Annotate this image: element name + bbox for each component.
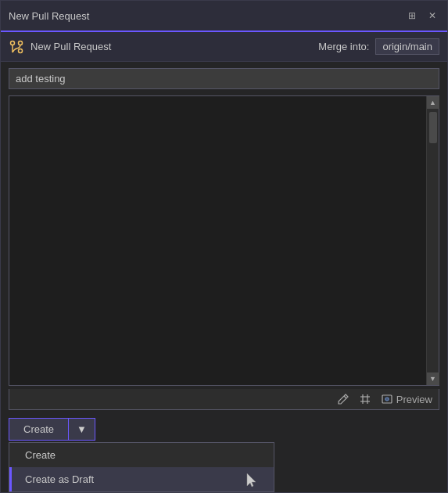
create-draft-label: Create as Draft xyxy=(25,473,94,485)
svg-line-4 xyxy=(344,396,346,398)
scroll-up-button[interactable]: ▲ xyxy=(427,96,439,109)
pr-icon xyxy=(9,39,24,55)
preview-button[interactable]: Preview xyxy=(381,393,432,405)
pr-description-input[interactable] xyxy=(9,96,426,385)
title-input-wrap xyxy=(1,62,447,95)
title-bar: New Pull Request ⊞ ✕ xyxy=(1,1,447,32)
new-pull-request-window: New Pull Request ⊞ ✕ New Pull Request Me… xyxy=(0,0,448,493)
scroll-down-button[interactable]: ▼ xyxy=(427,372,439,385)
create-dropdown-menu: Create Create as Draft xyxy=(9,442,274,492)
merge-into-label: Merge into: xyxy=(318,41,369,52)
svg-point-2 xyxy=(19,41,23,45)
toolbar: New Pull Request Merge into: origin/main xyxy=(1,32,447,62)
window-title: New Pull Request xyxy=(9,10,89,22)
action-area: Create ▼ Create Create as Draft xyxy=(1,410,447,492)
editor-toolbar: Preview xyxy=(9,389,439,410)
dropdown-arrow-icon: ▼ xyxy=(77,423,87,435)
svg-point-11 xyxy=(386,398,388,400)
description-wrap: ▲ ▼ xyxy=(1,95,447,389)
title-controls: ⊞ ✕ xyxy=(405,9,439,23)
svg-point-0 xyxy=(11,41,15,45)
pin-button[interactable]: ⊞ xyxy=(405,9,419,23)
menu-item-create[interactable]: Create xyxy=(9,443,274,467)
close-icon: ✕ xyxy=(428,10,436,21)
pr-title-input[interactable] xyxy=(9,68,439,89)
menu-item-create-draft[interactable]: Create as Draft xyxy=(9,467,274,491)
create-button[interactable]: Create xyxy=(9,418,68,441)
scroll-thumb[interactable] xyxy=(429,112,437,143)
description-container: ▲ ▼ xyxy=(9,95,439,386)
close-button[interactable]: ✕ xyxy=(425,9,439,23)
branch-selector[interactable]: origin/main xyxy=(375,38,439,55)
vertical-scrollbar[interactable]: ▲ ▼ xyxy=(426,96,439,385)
pin-icon: ⊞ xyxy=(408,10,416,21)
toolbar-label: New Pull Request xyxy=(30,41,111,52)
grid-tool-button[interactable] xyxy=(359,393,371,405)
create-button-group: Create ▼ xyxy=(9,418,95,441)
svg-point-1 xyxy=(19,49,23,52)
create-dropdown-toggle[interactable]: ▼ xyxy=(68,418,95,441)
edit-tool-button[interactable] xyxy=(337,393,349,405)
preview-label: Preview xyxy=(396,394,432,405)
